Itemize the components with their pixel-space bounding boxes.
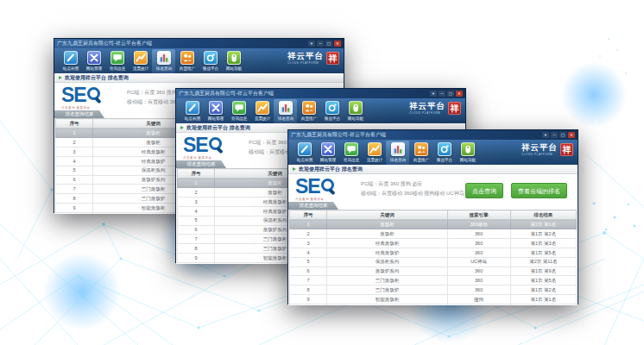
site-manage-icon [209,101,223,115]
toolbar-item-alliance-promo[interactable]: 商盟推广 [297,99,320,123]
toolbar-item-alliance-promo[interactable]: 商盟推广 [175,49,199,73]
table-row[interactable]: 4经典蒸饭炉360第1页 第5名 [290,248,577,257]
skin-icon[interactable]: ▾ [430,91,437,97]
welcome-text: 欢迎使用祥云平台 排名查询 [65,74,129,82]
table-row[interactable]: 9智能蒸饭柜搜狗第1页 第1名 [290,295,577,304]
toolbar-item-site-manage[interactable]: 网站管理 [82,49,105,73]
toolbar-item-message-info[interactable]: 资讯信息 [227,99,250,123]
toolbar-item-wechat-platform[interactable]: 微信平台 [320,99,344,123]
toolbar-item-wechat-platform[interactable]: 微信平台 [199,49,222,73]
maximize-icon[interactable]: ▢ [559,132,566,138]
toolbar-item-site-check[interactable]: 站点检测 [180,99,204,123]
alliance-promo-icon [414,142,428,156]
table-cell: 第1页 第2名 [510,285,576,295]
cloud-rank-button[interactable]: 查看云端的排名 [511,183,567,198]
tab-rank-results[interactable]: 排名查询结果 [176,160,226,168]
toolbar-item-site-check[interactable]: 站点检测 [59,49,82,73]
table-cell: 智能蒸饭柜 [327,295,447,304]
alliance-promo-icon [302,101,316,115]
table-cell: 第2页 第11名 [510,257,576,267]
toolbar: 站点检测网站管理资讯信息流量统计排名查询商盟推广微信平台网站导航 祥云平台 CL… [288,140,578,165]
window-title: 广东九鼎王厨具有限公司-祥云平台客户端 [57,40,308,47]
brand-subtitle: CLOUD PLATFORM [287,61,324,65]
skin-icon[interactable]: ▾ [308,41,315,47]
site-nav-icon [461,142,475,156]
toolbar-item-traffic-stats[interactable]: 流量统计 [250,99,274,123]
table-cell: 三门蒸饭炉 [327,285,447,295]
minimize-icon[interactable]: ─ [551,132,558,138]
mobile-engines-line: 移动端：百度移动 360移动 搜狗移动 UC神马 [361,189,464,198]
toolbar-item-message-info[interactable]: 资讯信息 [339,141,363,165]
site-manage-icon [321,142,335,156]
brand-words: 祥云平台 CLOUD PLATFORM [521,143,558,156]
column-header: 搜索引擎 [447,210,510,220]
welcome-arrow-icon [59,76,62,79]
maximize-icon[interactable]: ▢ [325,41,332,47]
table-row[interactable]: 2蒸饭柜360第1页 第2名 [290,229,577,238]
toolbar-item-message-info[interactable]: 资讯信息 [105,49,129,73]
brand-words: 祥云平台 CLOUD PLATFORM [409,102,445,115]
toolbar-item-rank-query[interactable]: 排名查询 [386,141,409,165]
table-cell: 9 [178,254,215,263]
brand-name: 祥云平台 [409,102,445,110]
toolbar-item-label: 微信平台 [324,116,339,121]
action-buttons: 点击查询 查看云端的排名 [465,183,567,198]
table-row[interactable]: 6蒸饭炉系列360第1页 第9名 [290,267,577,276]
seo-logo: SE 点击查询 查看排名 [295,177,357,201]
minimize-icon[interactable]: ─ [439,91,445,97]
toolbar-item-rank-query[interactable]: 排名查询 [152,49,175,73]
table-cell: 蒸饭柜 [327,220,447,229]
brand-seal-icon: 祥 [560,143,573,156]
toolbar-item-traffic-stats[interactable]: 流量统计 [363,141,386,165]
toolbar-item-wechat-platform[interactable]: 微信平台 [432,141,456,165]
wechat-platform-icon [325,101,339,115]
toolbar-item-site-nav[interactable]: 网站导航 [222,49,245,73]
table-cell: 经典蒸饭柜 [327,238,447,248]
toolbar-item-rank-query[interactable]: 排名查询 [274,99,297,123]
table-cell: 第1页 第5名 [510,248,576,257]
table-cell: 8 [178,244,215,254]
toolbar-item-site-manage[interactable]: 网站管理 [316,141,339,165]
toolbar-item-site-nav[interactable]: 网站导航 [456,141,479,165]
toolbar-item-alliance-promo[interactable]: 商盟推广 [409,141,432,165]
tab-rank-results[interactable]: 排名查询结果 [54,110,104,118]
brand-logo: 祥云平台 CLOUD PLATFORM 祥 [409,102,461,115]
table-cell: 1 [290,220,327,229]
window-titlebar[interactable]: 广东九鼎王厨具有限公司-祥云平台客户端 ▾ ─ ▢ ✕ [176,89,465,98]
skin-icon[interactable]: ▾ [542,132,549,138]
table-row[interactable]: 8三门蒸饭炉360第1页 第2名 [290,285,577,295]
toolbar-item-site-check[interactable]: 站点检测 [293,141,316,165]
app-window: 广东九鼎王厨具有限公司-祥云平台客户端 ▾ ─ ▢ ✕ 站点检测网站管理资讯信息… [287,129,578,304]
table-row[interactable]: 5保温柜系列UC神马第2页 第11名 [290,257,577,267]
minimize-icon[interactable]: ─ [317,41,324,47]
table-cell: 5 [178,216,215,225]
welcome-text: 欢迎使用祥云平台 排名查询 [186,124,250,132]
table-row[interactable]: 3经典蒸饭柜360第1页 第3名 [290,238,577,248]
brand-logo: 祥云平台 CLOUD PLATFORM 祥 [287,52,339,65]
close-icon[interactable]: ✕ [568,132,575,138]
tab-rank-results[interactable]: 排名查询结果 [288,202,338,210]
welcome-bar: 欢迎使用祥云平台 排名查询 [54,73,344,83]
column-header: 排名结果 [510,210,576,220]
column-header: 序号 [56,119,93,129]
alliance-promo-icon [180,51,194,65]
query-button[interactable]: 点击查询 [465,183,503,198]
rank-table-head: 序号关键词搜索引擎排名结果 [290,210,577,220]
toolbar-item-label: 流量统计 [366,157,382,162]
toolbar-item-site-nav[interactable]: 网站导航 [344,99,367,123]
close-icon[interactable]: ✕ [456,91,463,97]
table-row[interactable]: 1蒸饭柜360移动第2页 第1名 [290,220,577,229]
table-row[interactable]: 10智能蒸饭柜360第1页 第1名 [290,304,577,305]
table-cell: 4 [178,206,215,216]
window-titlebar[interactable]: 广东九鼎王厨具有限公司-祥云平台客户端 ▾ ─ ▢ ✕ [288,130,578,140]
close-icon[interactable]: ✕ [334,41,341,47]
toolbar-item-site-manage[interactable]: 网站管理 [204,99,227,123]
desktop-background: { "windows": [ {"left": 62, "top": 44, "… [0,0,644,345]
site-check-icon [298,142,312,156]
maximize-icon[interactable]: ▢ [447,91,454,97]
window-titlebar[interactable]: 广东九鼎王厨具有限公司-祥云平台客户端 ▾ ─ ▢ ✕ [54,39,344,48]
magnifier-icon [209,137,225,154]
toolbar-item-traffic-stats[interactable]: 流量统计 [129,49,152,73]
table-cell: 1 [178,179,215,188]
table-row[interactable]: 7三门蒸饭柜360第1页 第5名 [290,276,577,285]
